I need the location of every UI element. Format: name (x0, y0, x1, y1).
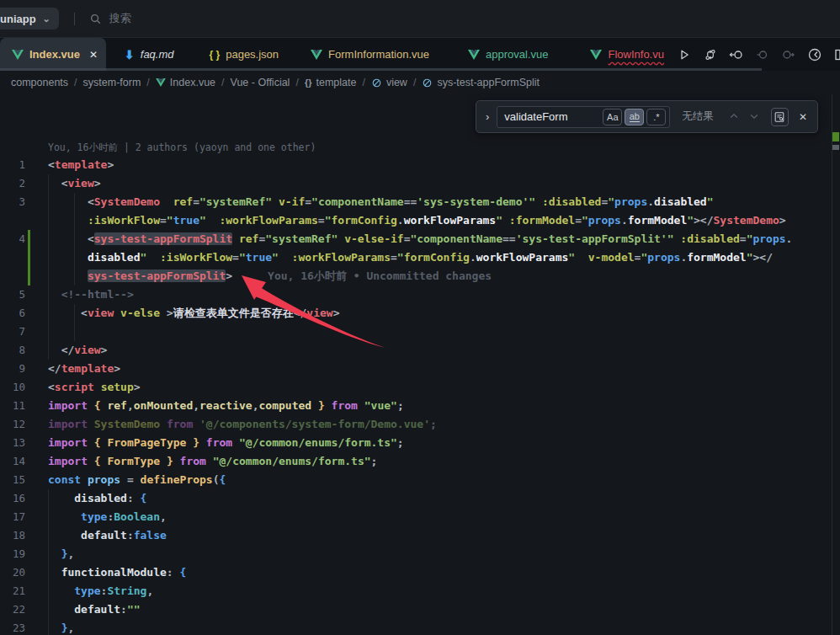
code-row[interactable]: 18default:false (0, 526, 840, 545)
line-number: 22 (0, 600, 25, 619)
code-text: import { FormType } from "@/common/enums… (48, 452, 840, 471)
whole-word-button[interactable]: ab (625, 109, 644, 125)
code-row[interactable]: sys-test-appFormSplit>You, 16小时前 • Uncom… (0, 267, 840, 285)
breadcrumb-item-view[interactable]: view (371, 77, 407, 88)
code-row[interactable]: 12import SystemDemo from '@/components/s… (0, 415, 840, 434)
chevron-down-icon (749, 111, 759, 121)
find-in-selection-button[interactable] (771, 108, 789, 126)
git-compare-button[interactable] (700, 45, 720, 65)
code-row[interactable]: 22default:"" (0, 600, 840, 619)
open-changes-button[interactable] (726, 45, 747, 65)
code-row[interactable]: 17type:Boolean, (0, 508, 840, 526)
code-row[interactable]: 9</template> (0, 360, 840, 378)
nav-forward-button[interactable] (779, 45, 799, 65)
code-row[interactable]: 4<sys-test-appFormSplit ref="systemRef" … (0, 230, 840, 248)
code-row[interactable]: 15const props = defineProps({ (0, 471, 840, 489)
tab-label: FormInformation.vue (328, 48, 429, 61)
line-number: 8 (0, 341, 25, 360)
line-number: 11 (0, 397, 25, 415)
breadcrumb-item-index-vue[interactable]: Index.vue (156, 77, 215, 88)
indent-guide (48, 341, 49, 360)
match-case-button[interactable]: Aa (603, 109, 622, 125)
git-modified-gutter-bar[interactable] (28, 248, 30, 267)
git-modified-gutter-bar[interactable] (28, 267, 30, 285)
tab-label: pages.json (226, 48, 279, 61)
code-row[interactable]: 19}, (0, 545, 840, 563)
breadcrumb-item-components[interactable]: components (11, 77, 68, 88)
code-row[interactable]: 16disabled: { (0, 489, 840, 508)
breadcrumb-item-template[interactable]: {} template (305, 77, 357, 88)
overview-ruler[interactable] (832, 94, 840, 635)
line-number: 17 (0, 508, 25, 526)
code-text: </template> (48, 360, 840, 378)
find-previous-button[interactable] (724, 109, 744, 125)
command-center-search[interactable]: 搜索 (89, 11, 131, 26)
split-editor-button[interactable] (831, 45, 840, 65)
tab-label: FlowInfo.vu (608, 48, 663, 61)
close-find-button[interactable]: ✕ (792, 111, 811, 123)
line-number: 13 (0, 434, 25, 452)
code-row[interactable]: 11import { ref,onMounted,reactive,comput… (0, 397, 840, 415)
code-row[interactable]: 14import { FormType } from "@/common/enu… (0, 452, 840, 471)
code-row[interactable]: 7 (0, 323, 840, 341)
indent-guide (48, 211, 49, 230)
git-modified-gutter-bar[interactable] (28, 230, 30, 248)
tab-pages-json[interactable]: { } pages.json (199, 38, 290, 71)
code-editor[interactable]: You, 16小时前 | 2 authors (yaoyn and one ot… (0, 94, 840, 635)
find-next-button[interactable] (744, 109, 764, 125)
breadcrumb-item-sys-test-appformsplit[interactable]: sys-test-appFormSplit (422, 77, 540, 88)
code-text: const props = defineProps({ (48, 471, 840, 489)
indent-guide (48, 600, 49, 619)
code-text: type:String, (48, 582, 840, 600)
tab-flowinfo-vue[interactable]: FlowInfo.vu (580, 38, 673, 71)
code-row[interactable]: disabled" :isWorkFlow="true" :workFlowPa… (0, 248, 840, 267)
workspace-menu-chip[interactable]: uniapp ⌄ (0, 8, 59, 29)
overview-info-marker (832, 145, 839, 150)
nav-back-button[interactable] (752, 45, 773, 65)
symbol-field-icon (371, 77, 382, 88)
code-row[interactable]: 20functionalModule: { (0, 563, 840, 582)
regex-button[interactable]: .* (646, 109, 666, 125)
editor-actions (674, 38, 840, 71)
indent-guide (48, 563, 49, 582)
breadcrumb-item-vue-official[interactable]: Vue - Official (231, 77, 290, 88)
code-row[interactable]: 8</view> (0, 341, 840, 360)
indent-guide (48, 323, 49, 341)
close-icon[interactable]: ✕ (89, 49, 98, 61)
code-text: disabled" :isWorkFlow="true" :workFlowPa… (48, 248, 840, 267)
indent-guide (74, 323, 75, 341)
indent-guide (48, 582, 49, 600)
indent-guide (74, 193, 75, 211)
indent-guide (48, 285, 49, 304)
run-button[interactable] (674, 45, 694, 65)
line-number: 21 (0, 582, 25, 600)
tab-index-vue[interactable]: Index.vue ✕ (0, 38, 106, 71)
indent-guide (48, 545, 49, 563)
tab-faq-md[interactable]: ⬇ faq.md (114, 38, 183, 71)
code-row[interactable]: 5<!--html--> (0, 285, 840, 304)
code-row[interactable]: 2<view> (0, 174, 840, 193)
codelens-authors[interactable]: You, 16小时前 | 2 authors (yaoyn and one ot… (48, 141, 316, 154)
code-row[interactable]: 3<SystemDemo ref="systemRef" v-if="compo… (0, 193, 840, 211)
breadcrumb-item-system-form[interactable]: system-form (83, 77, 141, 88)
code-row[interactable]: 13import { FromPageType } from "@/common… (0, 434, 840, 452)
code-row[interactable]: 10<script setup> (0, 378, 840, 397)
toggle-replace-chevron[interactable]: › (481, 110, 493, 123)
tab-label: Index.vue (29, 48, 80, 61)
code-row[interactable]: 23}, (0, 619, 840, 635)
tab-forminformation-vue[interactable]: FormInformation.vue (300, 38, 439, 71)
code-text: <sys-test-appFormSplit ref="systemRef" v… (48, 230, 840, 248)
nav-back-icon (756, 48, 769, 61)
indent-guide (48, 304, 49, 323)
breadcrumb-separator: / (146, 77, 149, 88)
find-input[interactable]: validateForm Aa ab .* (497, 106, 670, 128)
timer-button[interactable] (805, 45, 825, 65)
code-text: sys-test-appFormSplit>You, 16小时前 • Uncom… (48, 267, 840, 285)
code-text: :isWorkFlow="true" :workFlowParams="form… (48, 211, 840, 230)
code-row[interactable]: :isWorkFlow="true" :workFlowParams="form… (0, 211, 840, 230)
line-number: 15 (0, 471, 25, 489)
code-row[interactable]: 6<view v-else >请检查表单文件是否存在</view> (0, 304, 840, 323)
code-row[interactable]: 1<template> (0, 156, 840, 174)
tab-approval-vue[interactable]: approval.vue (458, 38, 558, 71)
code-row[interactable]: 21type:String, (0, 582, 840, 600)
